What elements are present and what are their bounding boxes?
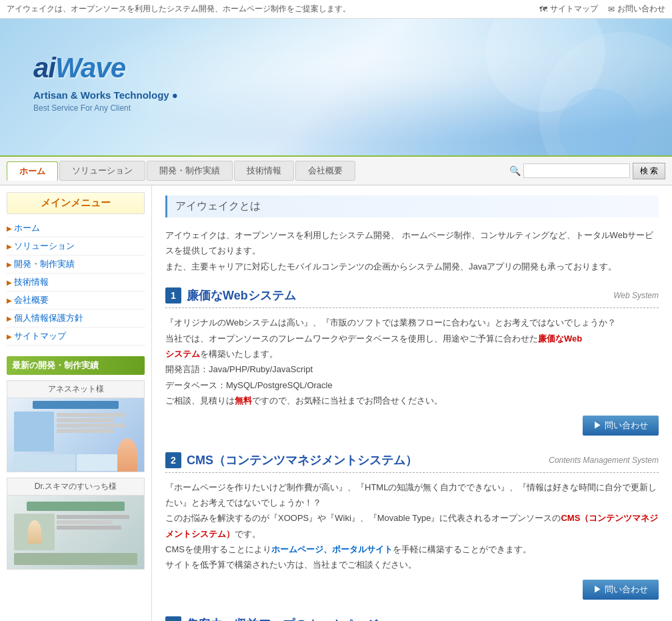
mock-line: [57, 424, 125, 428]
logo-ai: ai: [33, 52, 55, 83]
logo-area: aiWave Artisan & Works Technology ● Best…: [33, 52, 178, 113]
contact-link[interactable]: ✉ お問い合わせ: [608, 3, 665, 15]
top-bar-links: 🗺 サイトマップ ✉ お問い合わせ: [539, 3, 665, 15]
nav-tab-works[interactable]: 開発・制作実績: [147, 161, 233, 181]
sidebar: メインメニュー ホーム ソリューション 開発・制作実績 技術情報 会社概要 個人…: [0, 185, 152, 621]
intro-text: アイウェイクは、オープンソースを利用したシステム開発、ホームページ制作をご提案し…: [7, 3, 351, 15]
mock-website-2: [14, 500, 137, 565]
sidebar-link-privacy[interactable]: 個人情報保護方針: [14, 313, 83, 323]
top-bar: アイウェイクは、オープンソースを利用したシステム開発、ホームページ制作をご提案し…: [0, 0, 672, 19]
feature-2-title-text: CMS（コンテンツマネジメントシステム）: [187, 452, 417, 468]
feature-1-body: 『オリジナルのWebシステムは高い』、『市販のソフトでは業務フローに合わない』と…: [165, 315, 659, 408]
feature-2-header: 2 CMS（コンテンツマネジメントシステム） Contents Manageme…: [165, 452, 659, 473]
sidebar-link-solutions[interactable]: ソリューション: [14, 241, 75, 251]
inquiry-btn-1[interactable]: 問い合わせ: [583, 416, 659, 436]
sidebar-card-2-title: Dr.スキマのすいっち様: [7, 478, 144, 496]
sidebar-item-about[interactable]: 会社概要: [7, 291, 145, 309]
feature-1-num: 1: [165, 287, 181, 303]
feature-1-header: 1 廉価なWebシステム Web System: [165, 287, 659, 308]
main-layout: メインメニュー ホーム ソリューション 開発・制作実績 技術情報 会社概要 個人…: [0, 185, 672, 621]
search-input[interactable]: [523, 163, 630, 178]
logo-text: aiWave: [33, 52, 178, 84]
feature-1-title: 1 廉価なWebシステム: [165, 287, 296, 303]
sidebar-menu-list: ホーム ソリューション 開発・制作実績 技術情報 会社概要 個人情報保護方針 サ…: [7, 219, 145, 346]
nav-tab-tech[interactable]: 技術情報: [234, 161, 294, 181]
search-area: 🔍 検 索: [509, 163, 665, 179]
mock-line: [57, 429, 113, 433]
sidebar-item-sitemap[interactable]: サイトマップ: [7, 328, 145, 346]
sidebar-item-works[interactable]: 開発・制作実績: [7, 255, 145, 273]
sidebar-link-home[interactable]: ホーム: [14, 223, 40, 233]
mock-line: [57, 413, 125, 417]
feature-1: 1 廉価なWebシステム Web System 『オリジナルのWebシステムは高…: [165, 287, 659, 435]
sitemap-link[interactable]: 🗺 サイトマップ: [539, 3, 598, 15]
inquiry-btn-2[interactable]: 問い合わせ: [583, 580, 659, 600]
highlight-1: 廉価なWebシステム: [165, 334, 582, 359]
feature-2-title: 2 CMS（コンテンツマネジメントシステム）: [165, 452, 417, 468]
sidebar-card-1: アネスネット様: [7, 380, 145, 472]
search-button[interactable]: 検 索: [633, 163, 665, 179]
page-title: アイウェイクとは: [165, 195, 659, 217]
search-icon: 🔍: [509, 165, 521, 176]
feature-3-title-text: 集客力・収益アップのホームページ: [187, 616, 379, 621]
contact-icon: ✉: [608, 5, 615, 14]
mock-logo-1: [33, 401, 119, 409]
sitemap-icon: 🗺: [539, 5, 547, 14]
feature-2-num: 2: [165, 452, 181, 468]
tagline1: Artisan & Works Technology ●: [33, 89, 178, 101]
sidebar-card-1-image: [7, 398, 144, 472]
mock-line: [57, 418, 113, 422]
nav-bar: ホーム ソリューション 開発・制作実績 技術情報 会社概要 🔍 検 索: [0, 155, 672, 185]
sidebar-link-sitemap[interactable]: サイトマップ: [14, 331, 66, 341]
sidebar-item-tech[interactable]: 技術情報: [7, 273, 145, 291]
sidebar-card-2-image: [7, 496, 144, 569]
header-banner: aiWave Artisan & Works Technology ● Best…: [0, 19, 672, 155]
feature-3-title: 3 集客力・収益アップのホームページ: [165, 616, 379, 621]
feature-1-title-text: 廉価なWebシステム: [187, 287, 296, 303]
feature-3-num: 3: [165, 616, 181, 621]
feature-3-header: 3 集客力・収益アップのホームページ Homepage: [165, 616, 659, 621]
feature-2-body: 『ホームページを作りたいけど制作費が高い』、『HTMLの知識が無く自力でできない…: [165, 480, 659, 573]
intro-text-main: アイウェイクは、オープンソースを利用したシステム開発、 ホームページ制作、コンサ…: [165, 227, 659, 274]
highlight-cms: CMS（コンテンツマネジメントシステム）: [165, 513, 658, 538]
nav-tab-about[interactable]: 会社概要: [295, 161, 355, 181]
sidebar-item-privacy[interactable]: 個人情報保護方針: [7, 309, 145, 328]
sidebar-link-works[interactable]: 開発・制作実績: [14, 259, 75, 269]
nav-tab-solutions[interactable]: ソリューション: [59, 161, 145, 181]
sidebar-card-2: Dr.スキマのすいっち様: [7, 478, 145, 570]
mock-person-1: [117, 438, 137, 472]
sidebar-works-title: 最新の開発・制作実績: [7, 356, 145, 375]
main-content: アイウェイクとは アイウェイクは、オープンソースを利用したシステム開発、 ホーム…: [152, 185, 672, 621]
feature-2: 2 CMS（コンテンツマネジメントシステム） Contents Manageme…: [165, 452, 659, 600]
sidebar-card-1-title: アネスネット様: [7, 381, 144, 398]
highlight-hp: ホームページ、ポータルサイト: [271, 544, 393, 554]
feature-1-sub: Web System: [613, 291, 659, 300]
feature-3: 3 集客力・収益アップのホームページ Homepage ホームページは24時間休…: [165, 616, 659, 621]
tagline2: Best Service For Any Client: [33, 103, 178, 113]
highlight-free-1: 無料: [235, 396, 252, 406]
sidebar-item-home[interactable]: ホーム: [7, 219, 145, 237]
sidebar-menu-title: メインメニュー: [7, 192, 145, 214]
sidebar-item-solutions[interactable]: ソリューション: [7, 237, 145, 255]
logo-wave: Wave: [55, 52, 125, 83]
sidebar-link-tech[interactable]: 技術情報: [14, 277, 49, 287]
sidebar-link-about[interactable]: 会社概要: [14, 295, 49, 305]
feature-2-sub: Contents Management System: [549, 456, 659, 465]
nav-tab-home[interactable]: ホーム: [7, 161, 58, 181]
